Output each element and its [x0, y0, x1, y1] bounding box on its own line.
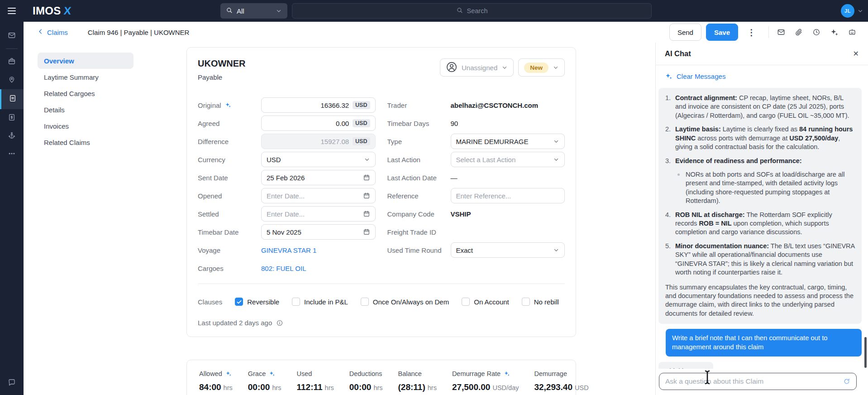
original-input[interactable]: 16366.32USD	[261, 97, 376, 113]
list-number: 1.	[665, 94, 675, 120]
form-column-left: Original 16366.32USD Agreed 0.00USD Diff…	[198, 96, 376, 277]
cargoes-link[interactable]: 802: FUEL OIL	[261, 265, 306, 272]
calendar-icon	[363, 228, 370, 236]
assignee-dropdown[interactable]: Unassigned	[440, 58, 514, 77]
used-time-round-select[interactable]: Exact	[451, 242, 565, 258]
checkbox-icon[interactable]	[292, 298, 300, 306]
search-icon	[456, 7, 463, 15]
close-icon[interactable]: ✕	[853, 49, 859, 58]
agreed-value: 0.00	[336, 120, 349, 127]
ai-sparkles-icon	[225, 371, 232, 377]
settled-value: Enter Date...	[267, 210, 305, 218]
clause-include-in-p-l[interactable]: Include in P&L	[292, 298, 348, 306]
clause-on-account[interactable]: On Account	[462, 298, 509, 306]
laytime-stats-card: Allowed 84:00hrs Grace 00:00hrs Used 112…	[186, 360, 576, 395]
person-circle-icon	[446, 61, 458, 74]
chat-list-item: 2. Laytime basis: Laytime is clearly fix…	[665, 125, 855, 151]
rail-item-claims-document-icon[interactable]	[0, 89, 24, 109]
reference-label: Reference	[387, 192, 451, 200]
checkbox-icon[interactable]	[522, 298, 530, 306]
sent-date-value: 25 Feb 2026	[267, 174, 305, 182]
chevron-down-icon	[501, 64, 508, 71]
stat-label: Demurrage Rate	[452, 370, 501, 377]
account-menu[interactable]: JL	[841, 0, 863, 22]
subnav-item-overview[interactable]: Overview	[38, 53, 134, 69]
currency-select[interactable]: USD	[261, 152, 376, 167]
mail-icon[interactable]	[777, 28, 785, 36]
clause-reversible[interactable]: Reversible	[235, 298, 279, 306]
rail-item-port-anchor-icon[interactable]	[0, 127, 24, 145]
clauses-row: Clauses Reversible Include in P&L Once O…	[198, 298, 565, 306]
rail-item-location-pin-icon[interactable]	[0, 71, 24, 89]
voyage-link[interactable]: GINEVRA STAR 1	[261, 246, 316, 254]
refresh-icon[interactable]	[843, 378, 850, 385]
field-row-trader: Trader abelhazi@CSCTONCH.com	[387, 96, 565, 114]
last-action-select[interactable]: Select a Last Action	[451, 152, 565, 167]
rail-item-cargo-briefcase-icon[interactable]	[0, 53, 24, 71]
back-to-claims-link[interactable]: Claims	[37, 28, 68, 36]
field-row-last-action-date: Last Action Date —	[387, 169, 565, 187]
header-actions: Send Save ⋮	[669, 24, 861, 41]
status-dropdown[interactable]: New	[518, 58, 565, 77]
chat-list-item: 3. Evidence of readiness and performance…	[665, 157, 855, 206]
subnav-item-invoices[interactable]: Invoices	[38, 118, 134, 134]
calendar-icon	[363, 174, 370, 181]
settled-date-input[interactable]: Enter Date...	[261, 206, 376, 222]
stat-label: Allowed	[199, 370, 222, 377]
field-row-cargoes: Cargoes 802: FUEL OIL	[198, 259, 376, 277]
invoice-icon	[8, 113, 16, 123]
field-row-reference: Reference Enter Reference...	[387, 187, 565, 205]
subnav-item-details[interactable]: Details	[38, 101, 134, 118]
subnav-item-related-cargoes[interactable]: Related Cargoes	[38, 85, 134, 101]
clause-once-on-always-on-dem[interactable]: Once On/Always on Dem	[361, 298, 449, 306]
info-icon[interactable]	[276, 319, 283, 327]
clauses-label: Clauses	[198, 298, 222, 306]
sent-date-label: Sent Date	[198, 174, 261, 182]
rail-item-mail-icon[interactable]	[0, 27, 24, 45]
history-clock-icon[interactable]	[812, 28, 820, 36]
subnav-item-laytime-summary[interactable]: Laytime Summary	[38, 69, 134, 85]
top-navbar: IMOS X All Search JL	[0, 0, 868, 22]
global-search-input[interactable]: Search	[292, 3, 652, 19]
clause-no-rebill[interactable]: No rebill	[522, 298, 559, 306]
checkbox-icon[interactable]	[361, 298, 369, 306]
type-select[interactable]: MARINE DEMURRAGE	[451, 134, 565, 149]
stat-value: 32,293.40	[534, 382, 572, 392]
hamburger-menu-icon[interactable]	[0, 8, 24, 14]
chat-scrollbar-thumb[interactable]	[864, 337, 867, 368]
checkbox-icon[interactable]	[462, 298, 470, 306]
stat-unit: USD/day	[492, 384, 519, 391]
timebar-date-date-input[interactable]: 5 Nov 2025	[261, 224, 376, 240]
trader-label: Trader	[387, 101, 451, 109]
send-button[interactable]: Send	[669, 24, 701, 41]
chat-question-input[interactable]: Ask a question about this Claim	[659, 373, 857, 390]
search-scope-dropdown[interactable]: All	[220, 3, 287, 19]
save-button[interactable]: Save	[706, 24, 738, 41]
reference-input[interactable]: Enter Reference...	[451, 188, 565, 203]
field-row-freight-trade-id: Freight Trade ID	[387, 223, 565, 241]
clear-messages-button[interactable]: Clear Messages	[656, 65, 868, 85]
agreed-label: Agreed	[198, 120, 261, 127]
ai-sparkles-icon	[269, 371, 275, 377]
ai-sparkles-icon[interactable]	[830, 28, 839, 37]
difference-input: 15927.08USD	[261, 134, 376, 149]
agreed-input[interactable]: 0.00USD	[261, 116, 376, 131]
clear-messages-label: Clear Messages	[677, 72, 725, 80]
avatar[interactable]: JL	[841, 4, 854, 18]
chat-bot-icon[interactable]	[848, 28, 856, 36]
checkbox-icon[interactable]	[235, 298, 243, 306]
opened-date-input[interactable]: Enter Date...	[261, 188, 376, 203]
sent-date-date-input[interactable]: 25 Feb 2026	[261, 170, 376, 185]
stat-unit: hrs	[428, 384, 437, 391]
search-placeholder: Search	[467, 7, 488, 14]
stat-unit: hrs	[373, 384, 382, 391]
rail-item-more-ellipsis-icon[interactable]	[0, 145, 24, 164]
rail-item-chat-bubble-icon[interactable]	[0, 374, 24, 392]
more-options-kebab-icon[interactable]: ⋮	[743, 27, 760, 38]
subnav-item-related-claims[interactable]: Related Claims	[38, 134, 134, 150]
chat-message-list[interactable]: 1. Contract alignment: CP recap, laytime…	[658, 88, 862, 369]
ai-chat-panel: AI Chat ✕ Clear Messages 1. Contract ali…	[655, 43, 868, 395]
attachment-icon[interactable]	[795, 28, 803, 36]
currency-chip: USD	[353, 137, 370, 145]
rail-item-invoice-icon[interactable]	[0, 109, 24, 127]
